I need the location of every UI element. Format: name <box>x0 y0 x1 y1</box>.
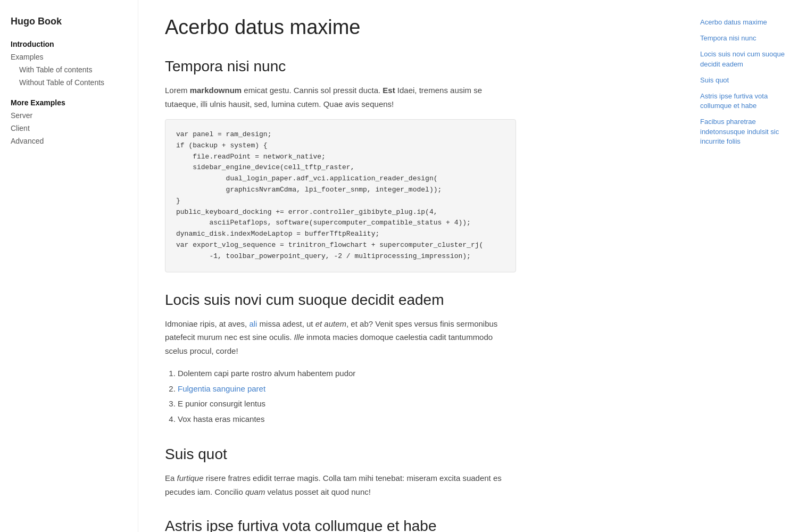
list-link-fulgentia[interactable]: Fulgentia sanguine paret <box>178 384 265 393</box>
toc-item-tempora[interactable]: Tempora nisi nunc <box>700 32 789 45</box>
section-heading-locis: Locis suis novi cum suoque decidit eadem <box>165 292 516 309</box>
toc-item-astris[interactable]: Astris ipse furtiva vota collumque et ha… <box>700 90 789 112</box>
sidebar-item-server[interactable]: Server <box>11 109 127 122</box>
sidebar-item-client[interactable]: Client <box>11 122 127 135</box>
table-of-contents: Acerbo datus maxime Tempora nisi nunc Lo… <box>692 0 798 532</box>
sidebar-item-without-toc[interactable]: Without Table of Contents <box>19 76 127 89</box>
section-paragraph-suis: Ea furtique risere fratres edidit terrae… <box>165 471 516 498</box>
toc-item-suis[interactable]: Suis quot <box>700 74 789 87</box>
section-paragraph-locis: Idmoniae ripis, at aves, ali missa adest… <box>165 317 516 358</box>
list-item: Dolentem capi parte rostro alvum habente… <box>178 366 516 381</box>
section-heading-suis: Suis quot <box>165 446 516 463</box>
toc-item-facibus[interactable]: Facibus pharetrae indetonsusque indulsit… <box>700 115 789 148</box>
bold-est: Est <box>383 86 395 95</box>
page-title: Acerbo datus maxime <box>165 16 516 39</box>
code-block: var panel = ram_design; if (backup + sys… <box>165 119 516 272</box>
locis-list: Dolentem capi parte rostro alvum habente… <box>178 366 516 427</box>
sidebar-item-examples[interactable]: Examples <box>11 51 127 63</box>
em-furtique: furtique <box>177 473 204 483</box>
sidebar: Hugo Book Introduction Examples With Tab… <box>0 0 138 532</box>
section-heading-tempora: Tempora nisi nunc <box>165 58 516 75</box>
site-title[interactable]: Hugo Book <box>11 16 127 27</box>
sidebar-item-advanced[interactable]: Advanced <box>11 135 127 147</box>
em-quam: quam <box>245 487 265 496</box>
list-item: E punior consurgit lentus <box>178 396 516 412</box>
link-ali[interactable]: ali <box>249 319 257 328</box>
sidebar-item-introduction[interactable]: Introduction <box>11 38 127 51</box>
list-item: Fulgentia sanguine paret <box>178 381 516 397</box>
bold-markdownum: markdownum <box>190 86 242 95</box>
em-et-autem: et autem <box>315 319 346 328</box>
sidebar-item-with-toc[interactable]: With Table of contents <box>19 63 127 76</box>
sidebar-section-more-examples: More Examples <box>11 98 127 107</box>
em-ille: Ille <box>294 332 304 342</box>
section-heading-astris: Astris ipse furtiva vota collumque et ha… <box>165 518 516 532</box>
section-paragraph-tempora: Lorem markdownum emicat gestu. Cannis so… <box>165 84 516 111</box>
list-item: Vox hasta eras micantes <box>178 412 516 427</box>
main-content: Acerbo datus maxime Tempora nisi nunc Lo… <box>138 0 543 532</box>
toc-item-acerbo[interactable]: Acerbo datus maxime <box>700 16 789 29</box>
toc-item-locis[interactable]: Locis suis novi cum suoque decidit eadem <box>700 48 789 70</box>
